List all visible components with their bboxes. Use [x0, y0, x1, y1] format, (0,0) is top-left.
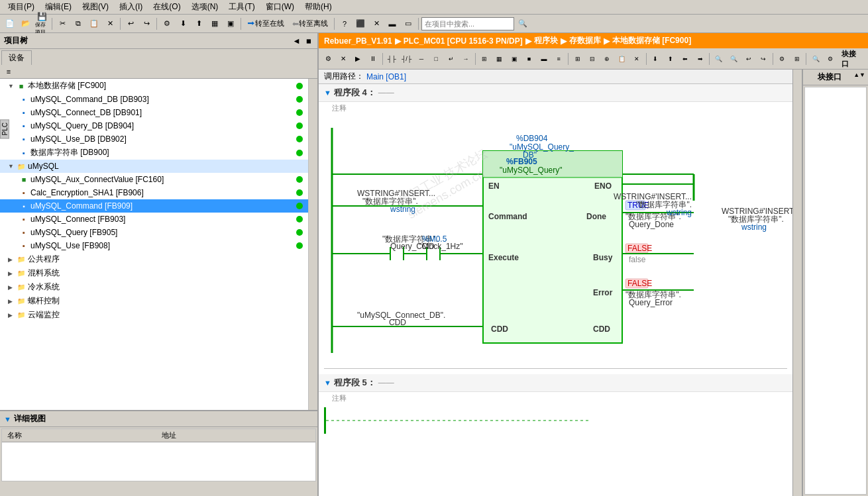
- ed-btn-3[interactable]: ▶: [351, 52, 365, 66]
- segment5-comment[interactable]: 注释: [319, 392, 792, 405]
- plc-side-tab[interactable]: PLC: [0, 119, 9, 138]
- tree-item-fb906[interactable]: ▪ Calc_Encryption_SHA1 [FB906]: [0, 186, 308, 199]
- tree-item-umysql-folder[interactable]: ▼ 📁 uMySQL: [0, 160, 308, 173]
- menu-options[interactable]: 选项(N): [186, 0, 224, 14]
- ed-btn-12[interactable]: ⊕: [600, 52, 614, 66]
- ed-btn-18[interactable]: ➡: [693, 52, 707, 66]
- toolbar-btn-6[interactable]: ▣: [223, 17, 238, 31]
- dot-db902: [296, 136, 303, 142]
- tree-tool-1[interactable]: ≡: [3, 66, 15, 77]
- cut-button[interactable]: ✂: [55, 17, 70, 31]
- ed-btn-nc[interactable]: ┤├: [384, 52, 398, 66]
- segment4-comment[interactable]: 注释: [319, 102, 792, 115]
- search-button[interactable]: 🔍: [515, 17, 530, 31]
- online-button[interactable]: ⮕ 转至在线: [244, 17, 288, 31]
- tree-item-screw[interactable]: ▶ 📁 螺杆控制: [0, 294, 308, 308]
- menu-window[interactable]: 窗口(W): [260, 0, 299, 14]
- detail-collapse[interactable]: ▼: [4, 415, 11, 423]
- dot-fb905: [296, 229, 303, 236]
- ed-btn-21[interactable]: ↩: [741, 52, 755, 66]
- save-button[interactable]: 💾 保存项目: [34, 17, 49, 31]
- ed-btn-open[interactable]: →: [459, 52, 472, 66]
- menu-insert[interactable]: 插入(I): [114, 0, 148, 14]
- undo-button[interactable]: ↩: [123, 17, 138, 31]
- ed-btn-9[interactable]: ≡: [552, 52, 566, 66]
- copy-button[interactable]: ⧉: [71, 17, 85, 31]
- ed-btn-16[interactable]: ⬆: [663, 52, 677, 66]
- ed-sep-7: [806, 53, 806, 65]
- menu-tools[interactable]: 工具(T): [223, 0, 260, 14]
- tree-item-db902[interactable]: ▪ uMySQL_Use_DB [DB902]: [0, 132, 308, 146]
- delete-button[interactable]: ✕: [103, 17, 117, 31]
- new-button[interactable]: 📄: [3, 17, 17, 31]
- ed-btn-11[interactable]: ⊟: [585, 52, 599, 66]
- toolbar-btn-10[interactable]: ▬: [385, 17, 400, 31]
- tab-device[interactable]: 设备: [1, 50, 32, 65]
- tree-item-db904[interactable]: ▪ uMySQL_Query_DB [DB904]: [0, 119, 308, 132]
- segment5-collapse[interactable]: ▼: [324, 379, 331, 387]
- ed-btn-13[interactable]: 📋: [615, 52, 629, 66]
- ed-btn-6[interactable]: ▣: [507, 52, 521, 66]
- compile-button[interactable]: ⚙: [160, 17, 174, 31]
- tree-collapse-btn[interactable]: ◀: [291, 36, 301, 46]
- menu-online[interactable]: 在线(O): [148, 0, 186, 14]
- ed-btn-4[interactable]: ⏸: [366, 52, 380, 66]
- ed-btn-24[interactable]: ⊞: [790, 52, 804, 66]
- tree-item-db900[interactable]: ▪ 数据库字符串 [DB900]: [0, 146, 308, 160]
- ed-btn-5[interactable]: ▦: [492, 52, 506, 66]
- ed-btn-box[interactable]: □: [429, 52, 443, 66]
- ed-btn-19[interactable]: 🔍: [712, 52, 726, 66]
- segment4-collapse[interactable]: ▼: [324, 89, 331, 97]
- ed-btn-branch[interactable]: ↵: [444, 52, 458, 66]
- ed-btn-2[interactable]: ✕: [336, 52, 350, 66]
- ed-btn-8[interactable]: ▬: [537, 52, 551, 66]
- tree-scrollbar[interactable]: [308, 79, 317, 410]
- tree-expand-btn[interactable]: ◼: [303, 36, 313, 46]
- toolbar-btn-5[interactable]: ▦: [207, 17, 222, 31]
- ed-btn-10[interactable]: ⊞: [570, 52, 584, 66]
- tree-item-mix[interactable]: ▶ 📁 混料系统: [0, 266, 308, 280]
- inspector-expand[interactable]: ▲▼: [853, 72, 865, 78]
- tree-item-fb903[interactable]: ▪ uMySQL_Connect [FB903]: [0, 213, 308, 226]
- ed-btn-7[interactable]: ■: [522, 52, 536, 66]
- tree-item-fb909[interactable]: ▪ uMySQL_Command [FB909]: [0, 199, 308, 213]
- ed-btn-ladder[interactable]: ⊞: [478, 52, 492, 66]
- download-button[interactable]: ⬇: [176, 17, 190, 31]
- tree-item-fc160[interactable]: ■ uMySQL_Aux_ConnectValue [FC160]: [0, 173, 308, 186]
- toolbar-btn-8[interactable]: ⬛: [353, 17, 368, 31]
- ed-btn-1[interactable]: ⚙: [321, 52, 335, 66]
- ed-btn-14[interactable]: ✕: [629, 52, 643, 66]
- tree-item-db901[interactable]: ▪ uMySQL_Connect_DB [DB901]: [0, 106, 308, 119]
- redo-button[interactable]: ↪: [139, 17, 154, 31]
- ed-btn-22[interactable]: ↪: [756, 52, 770, 66]
- ed-btn-23[interactable]: ⚙: [775, 52, 789, 66]
- menu-project[interactable]: 项目(P): [3, 0, 40, 14]
- ed-btn-26[interactable]: ⚙: [824, 52, 838, 66]
- upload-button[interactable]: ⬆: [191, 17, 206, 31]
- tree-item-db903[interactable]: ▪ uMySQL_Command_DB [DB903]: [0, 93, 308, 106]
- toolbar-btn-9[interactable]: ✕: [369, 17, 384, 31]
- toolbar-btn-11[interactable]: ▭: [401, 17, 415, 31]
- ed-btn-noc[interactable]: ┤/├: [400, 52, 413, 66]
- menu-view[interactable]: 视图(V): [77, 0, 114, 14]
- ed-btn-17[interactable]: ⬅: [678, 52, 692, 66]
- ed-btn-25[interactable]: 🔍: [808, 52, 822, 66]
- call-path-value[interactable]: Main [OB1]: [366, 72, 406, 81]
- menu-help[interactable]: 帮助(H): [299, 0, 337, 14]
- tree-item-fc900[interactable]: ▼ ■ 本地数据存储 [FC900]: [0, 79, 308, 93]
- paste-button[interactable]: 📋: [87, 17, 101, 31]
- open-button[interactable]: 📂: [19, 17, 33, 31]
- tree-item-cloud[interactable]: ▶ 📁 云端监控: [0, 308, 308, 322]
- toolbar-btn-7[interactable]: ?: [337, 17, 352, 31]
- tree-item-cold[interactable]: ▶ 📁 冷水系统: [0, 280, 308, 294]
- search-input[interactable]: [421, 17, 514, 30]
- tree-item-fb908[interactable]: ▪ uMySQL_Use [FB908]: [0, 239, 308, 252]
- ed-btn-15[interactable]: ⬇: [649, 52, 663, 66]
- offline-button[interactable]: ⬅ 转至离线: [289, 17, 331, 31]
- ed-btn-wire[interactable]: ─: [414, 52, 428, 66]
- tree-item-fb905[interactable]: ▪ uMySQL_Query [FB905]: [0, 226, 308, 239]
- right-scrollbar[interactable]: [792, 70, 802, 496]
- sep3: [156, 18, 157, 30]
- ed-btn-20[interactable]: 🔍: [727, 52, 741, 66]
- tree-item-public[interactable]: ▶ 📁 公共程序: [0, 252, 308, 266]
